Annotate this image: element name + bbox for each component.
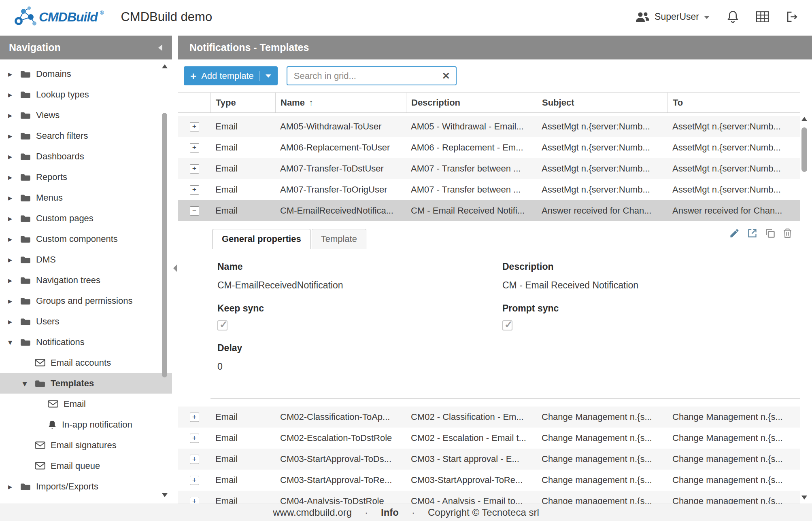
table-row[interactable]: + Email AM07-Transfer-ToOrigUser AM07 - … (178, 179, 800, 200)
expand-row-icon[interactable]: + (190, 476, 199, 485)
expand-row-icon[interactable]: + (190, 413, 199, 422)
table-row[interactable]: + Email AM05-Withdrawal-ToUser AM05 - Wi… (178, 116, 800, 137)
scroll-up-icon[interactable] (162, 64, 168, 68)
copy-icon[interactable] (765, 228, 776, 239)
column-header-description[interactable]: Description (406, 93, 537, 112)
sidebar-item-reports[interactable]: ▸ Reports (0, 167, 172, 187)
sidebar-item-custom-pages[interactable]: ▸ Custom pages (0, 208, 172, 229)
chevron-down-icon[interactable]: ▾ (8, 338, 20, 346)
table-row[interactable]: + Email CM03-StartApproval-ToDs... CM03 … (178, 449, 800, 470)
chevron-right-icon[interactable]: ▸ (8, 194, 20, 202)
chevron-right-icon[interactable]: ▸ (8, 152, 20, 161)
scroll-up-icon[interactable] (801, 117, 807, 121)
sidebar-item-views[interactable]: ▸ Views (0, 105, 172, 125)
delete-icon[interactable] (782, 228, 793, 239)
column-header-name[interactable]: Name↑ (275, 93, 406, 112)
website-link[interactable]: www.cmdbuild.org (273, 507, 352, 518)
table-row[interactable]: + Email AM06-Replacement-ToUser AM06 - R… (178, 137, 800, 158)
sidebar-item-notifications[interactable]: ▾ Notifications (0, 332, 172, 352)
sidebar-item-email-queue[interactable]: Email queue (0, 455, 172, 476)
sidebar-item-menus[interactable]: ▸ Menus (0, 187, 172, 208)
chevron-right-icon[interactable]: ▸ (8, 483, 20, 491)
info-link[interactable]: Info (381, 507, 399, 518)
table-row-selected[interactable]: − Email CM-EmailReceivedNotifica... CM -… (178, 200, 800, 221)
table-row[interactable]: + Email AM07-Transfer-ToDstUser AM07 - T… (178, 158, 800, 179)
sidebar-item-groups-and-permissions[interactable]: ▸ Groups and permissions (0, 290, 172, 311)
expand-row-icon[interactable]: + (190, 143, 199, 152)
sidebar-item-search-filters[interactable]: ▸ Search filters (0, 125, 172, 146)
prompt-sync-checkbox[interactable] (502, 320, 512, 330)
sidebar-splitter[interactable] (172, 36, 178, 504)
chevron-right-icon[interactable]: ▸ (8, 132, 20, 140)
grid-scrollbar[interactable] (800, 116, 808, 500)
keep-sync-checkbox[interactable] (217, 320, 227, 330)
chevron-right-icon[interactable]: ▸ (8, 318, 20, 326)
tab-general-properties[interactable]: General properties (213, 229, 310, 249)
sidebar-item-domains[interactable]: ▸ Domains (0, 64, 172, 84)
edit-icon[interactable] (729, 228, 740, 239)
sidebar-item-email-signatures[interactable]: Email signatures (0, 435, 172, 455)
sidebar-item-lookup-types[interactable]: ▸ Lookup types (0, 84, 172, 105)
sidebar-item-templates[interactable]: ▾ Templates (0, 373, 172, 394)
column-header-type[interactable]: Type (210, 93, 275, 112)
chevron-down-icon[interactable]: ▾ (23, 379, 35, 388)
table-row[interactable]: + Email CM02-Escalation-ToDstRole CM02 -… (178, 428, 800, 449)
table-row[interactable]: + Email CM03-StartApproval-ToRe... CM03-… (178, 470, 800, 491)
data-view-grid-icon[interactable] (756, 11, 769, 22)
tab-template[interactable]: Template (312, 229, 366, 249)
expand-row-icon[interactable]: + (190, 122, 199, 131)
sidebar-item-email[interactable]: Email (0, 394, 172, 414)
chevron-down-icon[interactable] (266, 74, 271, 78)
chevron-right-icon[interactable]: ▸ (8, 111, 20, 119)
table-row[interactable]: + Email CM02-Classification-ToAp... CM02… (178, 407, 800, 428)
chevron-right-icon[interactable]: ▸ (8, 276, 20, 284)
expand-row-icon[interactable]: + (190, 164, 199, 174)
cell-to: Change management n.{s... (667, 454, 800, 464)
collapse-sidebar-icon[interactable] (158, 44, 162, 51)
column-header-to[interactable]: To (667, 93, 800, 112)
expand-row-icon[interactable]: + (190, 185, 199, 195)
chevron-right-icon[interactable]: ▸ (8, 297, 20, 305)
scroll-down-icon[interactable] (801, 496, 807, 500)
sidebar-scrollbar-thumb[interactable] (162, 113, 167, 377)
sidebar-item-custom-components[interactable]: ▸ Custom components (0, 229, 172, 249)
add-template-button[interactable]: + Add template (184, 66, 278, 85)
sidebar-item-email-accounts[interactable]: Email accounts (0, 352, 172, 373)
sidebar-item-label: Views (36, 110, 60, 121)
user-menu[interactable]: SuperUser (635, 11, 710, 23)
scroll-down-icon[interactable] (162, 493, 168, 497)
notifications-bell-icon[interactable] (727, 11, 738, 23)
sidebar-scrollbar[interactable] (161, 64, 168, 498)
sidebar-item-dashboards[interactable]: ▸ Dashboards (0, 146, 172, 167)
logout-icon[interactable] (786, 11, 798, 22)
chevron-right-icon[interactable]: ▸ (8, 256, 20, 264)
field-description: Description CM - Email Received Notifica… (502, 261, 800, 291)
chevron-right-icon[interactable]: ▸ (8, 91, 20, 99)
clear-search-icon[interactable]: ✕ (442, 71, 450, 81)
column-header-subject[interactable]: Subject (537, 93, 667, 112)
chevron-right-icon[interactable]: ▸ (8, 70, 20, 78)
cmdbuild-logo[interactable]: CMDBuild ® (11, 6, 104, 28)
search-input[interactable] (293, 70, 442, 82)
expand-row-icon[interactable]: + (190, 434, 199, 443)
cell-type: Email (210, 121, 275, 132)
sidebar-item-users[interactable]: ▸ Users (0, 311, 172, 332)
expand-row-icon[interactable]: + (190, 455, 199, 464)
sidebar-item-imports-exports[interactable]: ▸ Imports/Exports (0, 476, 172, 497)
table-row[interactable]: + Email CM04-Analysis-ToDstRole CM04 - A… (178, 491, 800, 504)
expand-row-icon[interactable]: + (190, 497, 199, 504)
sidebar-item-dms[interactable]: ▸ DMS (0, 249, 172, 270)
chevron-right-icon[interactable]: ▸ (8, 214, 20, 222)
grid-scrollbar-thumb[interactable] (801, 127, 807, 172)
sidebar-item-label: Templates (51, 378, 94, 389)
sidebar-item-in-app-notification[interactable]: In-app notification (0, 414, 172, 435)
collapse-panel-icon[interactable] (173, 265, 177, 272)
chevron-right-icon[interactable]: ▸ (8, 235, 20, 243)
sidebar-item-navigation-trees[interactable]: ▸ Navigation trees (0, 270, 172, 290)
chevron-right-icon[interactable]: ▸ (8, 173, 20, 181)
open-external-icon[interactable] (747, 228, 758, 239)
collapse-row-icon[interactable]: − (190, 206, 199, 216)
folder-icon (20, 338, 31, 346)
description-value: CM - Email Received Notification (502, 280, 800, 291)
sidebar-item-label: Navigation trees (36, 275, 100, 286)
